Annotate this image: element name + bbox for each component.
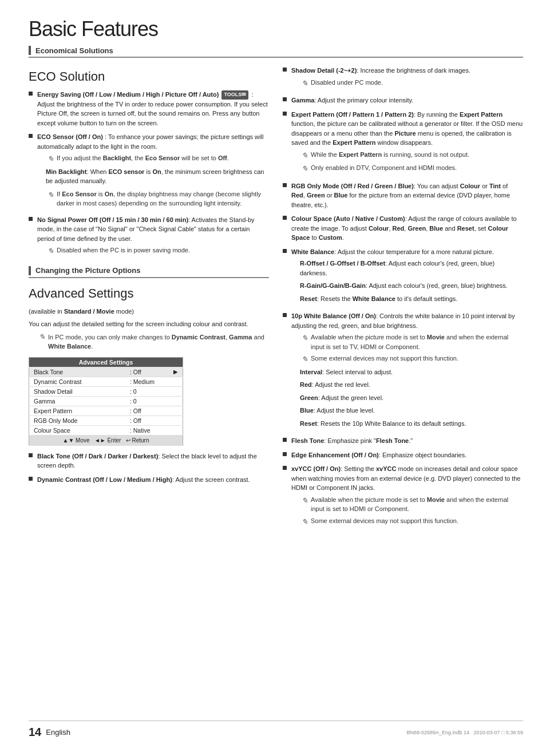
10p-white-balance-text: 10p White Balance (Off / On): Controls t…: [291, 311, 523, 432]
no-signal-label: No Signal Power Off (Off / 15 min / 30 m…: [37, 216, 188, 223]
filename: BN68-02689A_Eng.indb 14: [406, 730, 469, 735]
note-icon: ✎: [48, 153, 54, 165]
table-nav-row: ▲▼ Move ◄► Enter ↩ Return: [29, 435, 183, 445]
colour-space-label: Colour Space (Auto / Native / Custom): [291, 215, 405, 222]
note-text: Available when the picture mode is set t…: [311, 333, 523, 351]
list-item: Edge Enhancement (Off / On): Emphasize o…: [283, 450, 523, 460]
nav-move: ▲▼ Move: [63, 437, 90, 444]
left-column: ECO Solution Energy Saving (Off / Low / …: [29, 66, 269, 721]
table-row[interactable]: Shadow Detail : 0: [29, 386, 183, 396]
table-header-row: Advanced Settings: [29, 357, 183, 367]
10p-wb-subitem: Reset: Resets the 10p White Balance to i…: [300, 419, 523, 429]
gamma-text: Gamma: Adjust the primary colour intensi…: [291, 96, 523, 105]
bullet-icon: [283, 216, 287, 220]
shadow-detail-label: Shadow Detail (-2~+2): [291, 67, 357, 74]
economical-solutions-title: Economical Solutions: [35, 46, 113, 55]
table-row[interactable]: Expert Pattern : Off: [29, 406, 183, 415]
list-item: Flesh Tone: Emphasize pink "Flesh Tone.": [283, 436, 523, 446]
table-row[interactable]: RGB Only Mode : Off: [29, 415, 183, 425]
bullet-icon: [283, 452, 287, 456]
list-item: Black Tone (Off / Dark / Darker / Darkes…: [29, 452, 269, 470]
tools-badge: TOOLS✉: [221, 90, 248, 100]
language-label: English: [46, 728, 70, 737]
dynamic-contrast-desc: : Adjust the screen contrast.: [172, 476, 250, 483]
bullet-icon: [283, 466, 287, 470]
note-icon: ✎: [48, 189, 54, 201]
table-title: Advanced Settings: [29, 357, 183, 367]
note-item: ✎ In PC mode, you can only make changes …: [39, 333, 269, 351]
wb-reset-label: Reset: [300, 295, 317, 302]
note-icon: ✎: [39, 333, 45, 341]
10p-wb-subitem: Green: Adjust the green level.: [300, 393, 523, 403]
nav-return: ↩ Return: [126, 437, 149, 444]
note-item: ✎ Available when the picture mode is set…: [302, 333, 523, 351]
note-text: Only enabled in DTV, Component and HDMI …: [311, 163, 523, 173]
bullet-icon: [29, 453, 33, 457]
expert-pattern-text: Expert Pattern (Off / Pattern 1 / Patter…: [291, 110, 523, 177]
table-cell-value: : 0: [125, 386, 183, 396]
note-item: ✎ While the Expert Pattern is running, s…: [302, 150, 523, 161]
filename-label: BN68-02689A_Eng.indb 14 2010-03-07 □ 5:3…: [406, 730, 523, 735]
blue-desc: : Adjust the blue level.: [314, 407, 375, 414]
table-row[interactable]: Black Tone : Off ▶: [29, 367, 183, 377]
flesh-tone-desc: : Emphasize pink "Flesh Tone.": [324, 437, 413, 444]
colour-space-text: Colour Space (Auto / Native / Custom): A…: [291, 214, 523, 243]
note-item: ✎ Available when the picture mode is set…: [302, 495, 523, 514]
list-item: xvYCC (Off / On): Setting the xvYCC mode…: [283, 464, 523, 529]
table-cell-label: Expert Pattern: [29, 406, 125, 415]
note-icon: ✎: [302, 333, 308, 344]
10p-reset-label: Reset: [300, 420, 317, 427]
note-item: ✎ Some external devices may not support …: [302, 354, 523, 365]
list-item: Shadow Detail (-2~+2): Increase the brig…: [283, 66, 523, 91]
green-desc: : Adjust the green level.: [318, 394, 383, 401]
table-row[interactable]: Colour Space : Native: [29, 425, 183, 435]
date: 2010-03-07 □ 5:36:59: [473, 730, 523, 735]
bullet-icon: [283, 68, 287, 72]
white-balance-desc: : Adjust the colour temperature for a mo…: [334, 248, 494, 255]
xvycc-text: xvYCC (Off / On): Setting the xvYCC mode…: [291, 464, 523, 529]
note-icon: ✎: [302, 163, 308, 175]
note-item: ✎ If Eco Sensor is On, the display brigh…: [48, 189, 269, 208]
eco-solution-title: ECO Solution: [29, 69, 269, 84]
list-item: White Balance: Adjust the colour tempera…: [283, 247, 523, 307]
table-cell-value: : Off ▶: [125, 367, 183, 377]
white-balance-subitem: R-Gain/G-Gain/B-Gain: Adjust each colour…: [300, 281, 523, 291]
eco-sensor-label: ECO Sensor (Off / On): [37, 133, 103, 140]
bullet-icon: [29, 477, 33, 481]
note-text: Some external devices may not support th…: [311, 516, 523, 526]
list-item: Expert Pattern (Off / Pattern 1 / Patter…: [283, 110, 523, 177]
note-text: Some external devices may not support th…: [311, 354, 523, 363]
white-balance-label: White Balance: [291, 248, 334, 255]
white-balance-text: White Balance: Adjust the colour tempera…: [291, 247, 523, 307]
note-icon: ✎: [48, 246, 54, 257]
table-row[interactable]: Gamma : 0: [29, 396, 183, 406]
min-backlight-block: Min Backlight: When ECO sensor is On, th…: [46, 167, 269, 186]
right-column: Shadow Detail (-2~+2): Increase the brig…: [283, 66, 523, 721]
list-item: Dynamic Contrast (Off / Low / Medium / H…: [29, 475, 269, 485]
note-text: While the Expert Pattern is running, sou…: [311, 150, 523, 160]
black-tone-text: Black Tone (Off / Dark / Darker / Darkes…: [37, 452, 269, 470]
no-signal-text: No Signal Power Off (Off / 15 min / 30 m…: [37, 215, 269, 259]
note-icon: ✎: [302, 150, 308, 161]
blue-label: Blue: [300, 407, 314, 414]
rgb-only-label: RGB Only Mode (Off / Red / Green / Blue): [291, 183, 414, 189]
table-cell-label: Gamma: [29, 396, 125, 406]
table-cell-value: : Medium: [125, 377, 183, 386]
note-icon: ✎: [302, 495, 308, 506]
xvycc-label: xvYCC (Off / On): [291, 465, 341, 472]
energy-saving-text: Energy Saving (Off / Low / Medium / High…: [37, 90, 269, 128]
dynamic-contrast-text: Dynamic Contrast (Off / Low / Medium / H…: [37, 475, 269, 485]
subtitle-text: (available in Standard / Movie mode): [29, 308, 134, 315]
table-cell-value: : 0: [125, 396, 183, 406]
edge-enhancement-label: Edge Enhancement (Off / On): [291, 452, 379, 458]
note-item: ✎ If you adjust the Backlight, the Eco S…: [48, 153, 269, 165]
note-icon: ✎: [302, 354, 308, 365]
list-item: 10p White Balance (Off / On): Controls t…: [283, 311, 523, 432]
green-label: Green: [300, 394, 318, 401]
dynamic-contrast-label: Dynamic Contrast (Off / Low / Medium / H…: [37, 476, 172, 483]
table-cell-value: : Native: [125, 425, 183, 435]
note-icon: ✎: [302, 516, 308, 528]
10p-wb-label: 10p White Balance (Off / On): [291, 312, 376, 319]
note-item: ✎ Disabled under PC mode.: [302, 78, 523, 89]
table-row[interactable]: Dynamic Contrast : Medium: [29, 377, 183, 386]
